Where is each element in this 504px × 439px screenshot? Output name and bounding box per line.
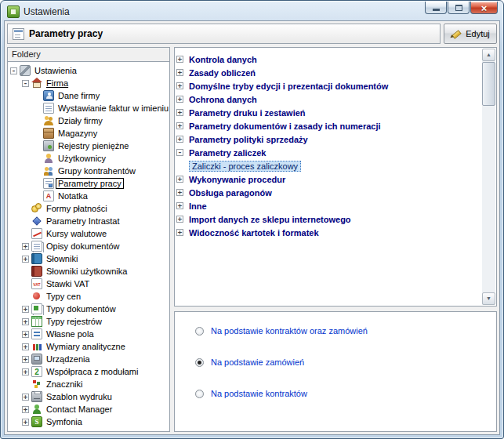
tree-item[interactable]: +Contact Manager	[10, 403, 169, 415]
settings-tree-item[interactable]: +Wykonywanie procedur	[176, 172, 481, 186]
settings-tree-item[interactable]: +Kontrola danych	[176, 53, 481, 66]
scrollbar[interactable]: ▲ ▼	[482, 49, 495, 305]
tree-item[interactable]: Wystawianie faktur w imieniu	[10, 102, 169, 114]
tree-item-label: Parametry pracy	[56, 179, 123, 188]
expand-icon[interactable]: +	[176, 109, 183, 116]
radio-unselected[interactable]	[195, 327, 204, 336]
window-title: Ustawienia	[24, 6, 70, 17]
folders-tree[interactable]: -Ustawienia-FirmaDane firmyWystawianie f…	[8, 61, 169, 431]
tree-item[interactable]: Stawki VAT	[10, 278, 169, 290]
radio-selected[interactable]	[195, 358, 204, 367]
tree-item[interactable]: Notatka	[10, 190, 169, 202]
tree-item[interactable]: +Opisy dokumentów	[10, 240, 169, 252]
tree-item[interactable]: Słowniki użytkownika	[10, 265, 169, 278]
tree-item[interactable]: +Wymiary analityczne	[10, 340, 169, 353]
expand-icon[interactable]: +	[22, 243, 29, 250]
scroll-up-icon[interactable]: ▲	[482, 49, 495, 61]
tree-item[interactable]: Rejestry pieniężne	[10, 140, 169, 152]
tree-item[interactable]: Znaczniki	[10, 378, 169, 390]
tree-item[interactable]: Typy cen	[10, 290, 169, 303]
expand-icon[interactable]: +	[22, 343, 29, 350]
tree-item[interactable]: -Firma	[10, 77, 169, 89]
expand-icon[interactable]: +	[176, 56, 183, 63]
expand-icon[interactable]: +	[176, 176, 183, 183]
scroll-down-icon[interactable]: ▼	[482, 292, 495, 305]
expand-icon[interactable]: +	[176, 82, 183, 89]
collapse-icon[interactable]: -	[22, 80, 29, 87]
radio-row[interactable]: Na podstawie kontraktów oraz zamówień	[195, 326, 496, 336]
tree-item[interactable]: Użytkownicy	[10, 152, 169, 165]
expand-icon[interactable]: +	[176, 216, 183, 223]
tree-item[interactable]: +Typy dokumentów	[10, 303, 169, 315]
scrollbar-thumb[interactable]	[482, 62, 495, 106]
settings-item-label: Parametry zaliczek	[187, 148, 267, 158]
tree-item[interactable]: +Symfonia	[10, 415, 169, 428]
expand-icon[interactable]: +	[176, 96, 183, 103]
tree-item-label: Urządzenia	[45, 354, 92, 364]
minimize-button[interactable]	[425, 2, 447, 14]
tree-item[interactable]: +Typy rejestrów	[10, 315, 169, 328]
tree-indent	[10, 296, 22, 297]
expand-icon[interactable]: +	[22, 356, 29, 363]
collapse-icon[interactable]: -	[10, 67, 17, 74]
tree-item-label: Rejestry pieniężne	[56, 141, 131, 151]
settings-tree-item[interactable]: +Parametry polityki sprzedaży	[176, 132, 481, 146]
expand-icon[interactable]: +	[22, 394, 29, 401]
tree-item[interactable]: +Współpraca z modułami	[10, 365, 169, 378]
tree-item[interactable]: Parametry pracy	[10, 177, 169, 190]
close-button[interactable]	[470, 2, 498, 14]
settings-tree-item[interactable]: +Domyślne tryby edycji i prezentacji dok…	[176, 79, 481, 93]
expand-icon[interactable]: +	[176, 136, 183, 143]
expand-icon[interactable]: +	[22, 331, 29, 338]
settings-tree-item[interactable]: +Parametry dokumentów i zasady ich numer…	[176, 119, 481, 132]
tree-item[interactable]: +Urządzenia	[10, 353, 169, 365]
expand-icon[interactable]: +	[176, 229, 183, 236]
expand-icon[interactable]: +	[22, 318, 29, 325]
settings-tree-item[interactable]: +Obsługa paragonów	[176, 186, 481, 199]
expand-icon[interactable]: +	[176, 189, 183, 196]
settings-tree-item[interactable]: +Ochrona danych	[176, 93, 481, 106]
tree-item-label: Typy rejestrów	[45, 317, 103, 326]
radio-row[interactable]: Na podstawie kontraktów	[195, 389, 496, 398]
settings-tree-item[interactable]: +Parametry druku i zestawień	[176, 106, 481, 119]
expand-icon[interactable]: +	[22, 306, 29, 313]
expand-icon[interactable]: +	[22, 256, 29, 263]
settings-tree-item[interactable]: +Inne	[176, 199, 481, 212]
settings-item-label: Obsługa paragonów	[187, 188, 274, 198]
tree-indent	[176, 165, 189, 166]
tree-item[interactable]: Grupy kontrahentów	[10, 165, 169, 177]
tree-item[interactable]: +Słowniki	[10, 252, 169, 265]
settings-tree[interactable]: +Kontrola danych+Zasady obliczeń+Domyśln…	[176, 53, 481, 305]
tree-item[interactable]: +Szablon wydruku	[10, 390, 169, 403]
tree-item[interactable]: Parametry Intrastat	[10, 215, 169, 227]
settings-tree-item[interactable]: Zaliczki - proces zaliczkowy	[176, 159, 481, 172]
edit-button[interactable]: Edytuj	[444, 24, 497, 44]
tree-item[interactable]: -Ustawienia	[10, 64, 169, 77]
maximize-button[interactable]	[448, 2, 470, 14]
tree-item[interactable]: Formy płatności	[10, 202, 169, 215]
collapse-icon[interactable]: -	[176, 149, 183, 156]
tree-indent	[10, 321, 22, 322]
tree-item[interactable]: Kursy walutowe	[10, 227, 169, 240]
settings-item-label: Kontrola danych	[187, 55, 259, 64]
tree-item-label: Wystawianie faktur w imieniu	[56, 103, 169, 113]
settings-tree-item[interactable]: +Import danych ze sklepu internetowego	[176, 212, 481, 226]
tree-item[interactable]: +Własne pola	[10, 328, 169, 340]
settings-tree-item[interactable]: +Zasady obliczeń	[176, 66, 481, 79]
expand-icon[interactable]: +	[22, 419, 29, 426]
expand-icon[interactable]: +	[22, 406, 29, 413]
tools-icon	[20, 65, 31, 76]
expand-icon[interactable]: +	[176, 202, 183, 209]
radio-unselected[interactable]	[195, 390, 204, 398]
settings-tree-item[interactable]: -Parametry zaliczek	[176, 146, 481, 159]
tree-item[interactable]: Dane firmy	[10, 89, 169, 102]
expand-icon[interactable]: +	[22, 368, 29, 376]
expand-icon[interactable]: +	[176, 122, 183, 129]
expand-icon[interactable]: +	[176, 69, 183, 76]
radio-row[interactable]: Na podstawie zamówień	[195, 357, 496, 367]
group-icon	[43, 165, 54, 176]
tree-item-label: Notatka	[56, 191, 89, 201]
settings-tree-item[interactable]: +Widoczność kartotek i formatek	[176, 226, 481, 239]
tree-item[interactable]: Działy firmy	[10, 114, 169, 127]
tree-item[interactable]: Magazyny	[10, 127, 169, 140]
